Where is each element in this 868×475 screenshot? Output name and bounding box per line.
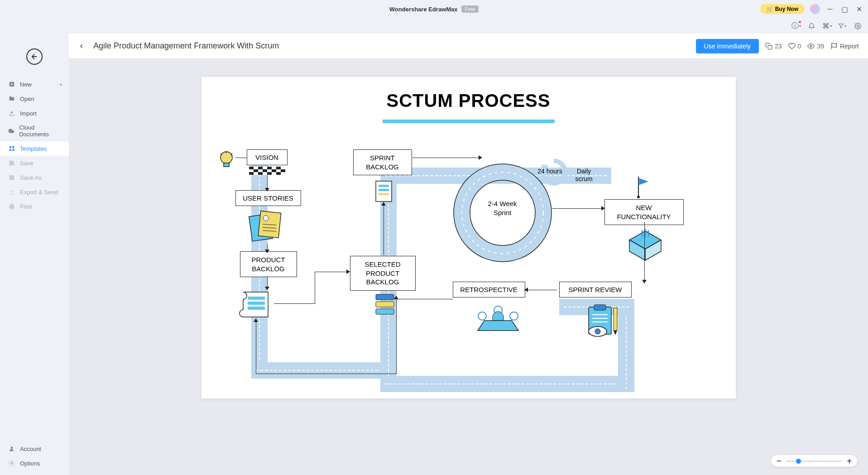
export-icon <box>8 188 15 196</box>
gear-icon[interactable] <box>854 22 862 30</box>
arrow <box>384 205 384 255</box>
close-button[interactable]: ✕ <box>854 5 863 14</box>
top-icon-row: ⓘ▾ ⌘▾ ▾ <box>0 18 868 34</box>
save-icon <box>8 159 15 167</box>
canvas-area[interactable]: SCTUM PROCESS <box>69 59 868 475</box>
svg-rect-2 <box>10 146 11 148</box>
report-button[interactable]: Report <box>830 43 859 50</box>
box-product-backlog: PRODUCT BACKLOG <box>240 251 297 277</box>
likes-stat[interactable]: 0 <box>788 43 801 50</box>
bulb-icon <box>217 149 235 172</box>
svg-rect-26 <box>258 172 263 175</box>
user-icon <box>8 445 15 452</box>
road-dash <box>626 303 627 389</box>
sidebar-item-label: Options <box>20 460 40 467</box>
arrow-head <box>265 287 269 290</box>
sidebar-item-templates[interactable]: Templates <box>0 141 69 156</box>
report-label: Report <box>840 43 859 50</box>
arrow <box>235 158 247 158</box>
arrow <box>256 374 396 374</box>
buy-now-button[interactable]: 🛒 Buy Now <box>760 4 805 14</box>
saveas-icon <box>8 174 15 181</box>
svg-rect-21 <box>254 169 258 172</box>
arrow-head <box>254 318 258 322</box>
svg-rect-39 <box>379 185 389 187</box>
sprint-duration-label: 2-4 Week Sprint <box>482 199 523 217</box>
box-selected-product-backlog: SELECTED PRODUCT BACKLOG <box>350 256 416 291</box>
sidebar-item-label: Export & Send <box>20 189 58 196</box>
avatar[interactable] <box>810 4 820 14</box>
folder-icon <box>8 95 15 102</box>
svg-rect-27 <box>267 172 272 175</box>
sidebar-item-open[interactable]: Open <box>0 91 69 106</box>
svg-point-49 <box>510 312 518 320</box>
help-icon[interactable]: ⓘ▾ <box>792 22 800 30</box>
svg-point-7 <box>11 462 13 464</box>
zoom-control[interactable]: − + <box>771 455 857 467</box>
svg-rect-28 <box>276 172 281 175</box>
maximize-button[interactable]: ▢ <box>840 5 849 14</box>
svg-rect-15 <box>224 163 229 167</box>
svg-rect-5 <box>12 149 14 151</box>
stacks-icon <box>374 292 396 317</box>
back-button[interactable] <box>78 42 87 51</box>
documents-icon <box>247 208 285 245</box>
grid-icon[interactable]: ⌘▾ <box>823 22 831 30</box>
svg-rect-41 <box>379 193 389 195</box>
sidebar-item-new[interactable]: New + <box>0 77 69 91</box>
zoom-in-button[interactable]: + <box>847 456 852 466</box>
minimize-button[interactable]: ─ <box>825 5 834 14</box>
sidebar-item-label: Open <box>20 96 34 102</box>
zoom-slider[interactable] <box>786 461 843 462</box>
sidebar-item-label: Account <box>20 446 41 452</box>
svg-rect-46 <box>376 309 394 314</box>
zoom-handle[interactable] <box>796 459 801 464</box>
sidebar-item-import[interactable]: Import <box>0 106 69 120</box>
buy-now-label: Buy Now <box>775 6 798 12</box>
copies-stat[interactable]: 23 <box>765 43 782 50</box>
use-immediately-button[interactable]: Use immediately <box>696 39 759 53</box>
arrow <box>644 222 645 281</box>
arrow <box>396 299 453 299</box>
views-count: 39 <box>817 43 824 50</box>
likes-count: 0 <box>798 43 801 50</box>
sidebar-item-label: Save <box>20 160 34 167</box>
sidebar-item-cloud[interactable]: Cloud Documents <box>0 120 69 141</box>
title-right: 🛒 Buy Now ─ ▢ ✕ <box>760 4 863 14</box>
sidebar-item-label: Print <box>20 203 32 210</box>
views-stat: 39 <box>807 43 824 50</box>
sidebar: New + Open Import Cloud Documents Templa… <box>0 34 69 475</box>
sidebar-item-save: Save <box>0 156 69 170</box>
svg-rect-17 <box>249 167 254 169</box>
flag-icon <box>634 174 652 199</box>
filter-icon[interactable]: ▾ <box>838 22 846 30</box>
svg-rect-8 <box>768 45 772 49</box>
box-icon <box>625 226 666 263</box>
svg-rect-4 <box>10 149 11 151</box>
shell: New + Open Import Cloud Documents Templa… <box>0 34 868 475</box>
arrow-head <box>601 206 605 211</box>
title-underline <box>383 120 555 123</box>
main-area: Agile Product Management Framework With … <box>69 34 868 475</box>
title-center: Wondershare EdrawMax Free <box>389 5 479 13</box>
road-dash <box>385 384 629 384</box>
sidebar-item-account[interactable]: Account <box>0 441 69 456</box>
review-icon <box>584 303 625 340</box>
back-circle-button[interactable] <box>26 48 43 65</box>
box-new-functionality: NEW FUNCTIONALITY <box>604 199 684 225</box>
arrow <box>315 272 315 304</box>
svg-rect-18 <box>258 167 263 169</box>
arrow-head <box>381 202 386 206</box>
sidebar-item-options[interactable]: Options <box>0 456 69 470</box>
gear-icon <box>8 460 15 467</box>
svg-point-14 <box>221 152 232 163</box>
daily-scrum-label: Daily scrum <box>571 168 598 183</box>
svg-rect-25 <box>249 172 254 175</box>
bell-icon[interactable] <box>807 22 815 30</box>
svg-point-0 <box>857 25 858 27</box>
plus-icon[interactable]: + <box>59 81 62 88</box>
svg-rect-22 <box>263 169 267 172</box>
zoom-out-button[interactable]: − <box>777 456 782 466</box>
page-header: Agile Product Management Framework With … <box>69 34 868 59</box>
svg-point-31 <box>263 216 269 221</box>
